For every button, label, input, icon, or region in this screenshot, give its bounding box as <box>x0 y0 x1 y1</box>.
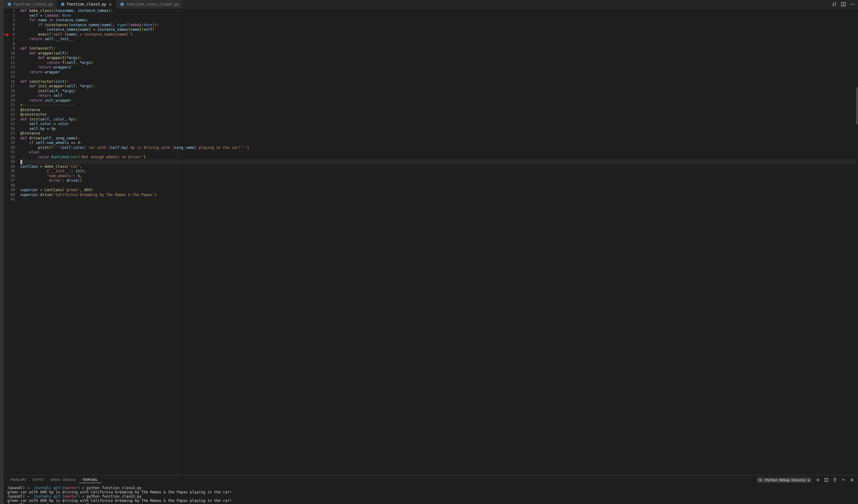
code-line[interactable]: self = lambda: None <box>20 13 856 18</box>
code-line[interactable]: return f(self, *args) <box>20 61 856 65</box>
terminal-content[interactable]: (quandl) → journals git:(master) ✗ pytho… <box>4 485 858 504</box>
line-number: 16 <box>4 79 15 84</box>
code-line[interactable]: return wrapper <box>20 70 856 75</box>
python-file-icon <box>61 2 65 6</box>
close-tab-icon[interactable]: × <box>108 2 112 6</box>
line-number-gutter: 1234567891011121314151617181920212223242… <box>4 9 20 475</box>
tab-function_class3-py[interactable]: function_class3.py× <box>57 0 116 9</box>
code-line[interactable]: ​ <box>20 42 856 47</box>
code-line[interactable]: #------------------------ <box>20 103 856 108</box>
panel-tab-bar: PROBLEMSOUTPUTDEBUG CONSOLETERMINAL 6: P… <box>4 475 858 485</box>
line-number: 36 <box>4 174 15 179</box>
line-number: 3 <box>4 18 15 23</box>
terminal-selector[interactable]: 6: Python Debug Console ⇅ <box>757 477 812 483</box>
code-line[interactable]: supercar = CarClass('green', 600) <box>20 188 856 193</box>
code-line[interactable]: instance_names[name] = instance_names[na… <box>20 27 856 32</box>
line-number: 12 <box>4 61 15 65</box>
line-number: 23 <box>4 112 15 117</box>
code-line[interactable]: 'drive': drive}) <box>20 178 856 183</box>
code-line[interactable]: raise RuntimeError('Not enough wheels to… <box>20 155 856 160</box>
code-line[interactable]: self.color = color <box>20 122 856 127</box>
panel-actions: 6: Python Debug Console ⇅ <box>757 477 854 483</box>
code-line[interactable]: CarClass = make_class('Car', <box>20 164 856 169</box>
tab-function_class_client-py[interactable]: function_class_client.py <box>116 0 183 9</box>
terminal-line: green car with 600 hp is driving with Ca… <box>7 499 854 503</box>
split-terminal-icon[interactable] <box>824 477 829 483</box>
tab-bar: function_class2.pyfunction_class3.py×fun… <box>4 0 858 9</box>
code-line[interactable]: 'num_wheels': 4, <box>20 174 856 179</box>
bottom-panel: PROBLEMSOUTPUTDEBUG CONSOLETERMINAL 6: P… <box>4 475 858 504</box>
line-number: 25 <box>4 122 15 127</box>
line-number: 8 <box>4 42 15 47</box>
editor-ruler <box>177 9 178 475</box>
code-line[interactable]: {'__init__': init, <box>20 169 856 174</box>
line-number: 31 <box>4 150 15 155</box>
line-number: 19 <box>4 94 15 98</box>
line-number: 7 <box>4 37 15 42</box>
code-content[interactable]: def make_class(classname, instance_names… <box>20 9 856 475</box>
terminal-line: green car with 600 hp is driving with Ca… <box>7 490 854 494</box>
line-number: 15 <box>4 75 15 79</box>
more-actions-icon[interactable] <box>850 2 855 7</box>
line-number: 27 <box>4 131 15 136</box>
line-number: 26 <box>4 127 15 131</box>
code-line[interactable]: print(f'''{self.color} car with {self.hp… <box>20 145 856 150</box>
code-line[interactable]: def constructor(init): <box>20 79 856 84</box>
code-line[interactable]: def make_class(classname, instance_names… <box>20 9 856 13</box>
new-terminal-icon[interactable] <box>815 477 820 483</box>
code-line[interactable]: return self <box>20 94 856 98</box>
code-line[interactable]: for name in instance_names: <box>20 18 856 23</box>
line-number: 39 <box>4 188 15 193</box>
line-number: 1 <box>4 9 15 13</box>
line-number: 28 <box>4 136 15 141</box>
code-line[interactable]: ​ <box>20 160 856 164</box>
code-line[interactable]: init(self, *args) <box>20 89 856 94</box>
python-file-icon <box>7 2 12 6</box>
code-line[interactable]: ​ <box>20 197 856 202</box>
panel-tab-problems[interactable]: PROBLEMS <box>7 477 29 483</box>
code-line[interactable]: def drive(self, song_name): <box>20 136 856 141</box>
panel-tab-debug-console[interactable]: DEBUG CONSOLE <box>47 477 79 483</box>
code-line[interactable]: if self.num_wheels == 4: <box>20 141 856 145</box>
line-number: 32 <box>4 155 15 160</box>
scrollbar[interactable] <box>856 9 858 475</box>
code-line[interactable]: def instance(f): <box>20 46 856 51</box>
code-line[interactable]: return wrapper2 <box>20 65 856 70</box>
tab-spacer <box>183 0 829 9</box>
panel-tab-terminal[interactable]: TERMINAL <box>79 477 101 483</box>
code-line[interactable]: supercar.drive('California Dreaming by T… <box>20 193 856 197</box>
code-line[interactable]: @instance <box>20 131 856 136</box>
line-number: 41 <box>4 197 15 202</box>
editor-area[interactable]: 1234567891011121314151617181920212223242… <box>4 9 858 475</box>
line-number: 5 <box>4 27 15 32</box>
code-line[interactable]: if isinstance(instance_names[name], type… <box>20 23 856 28</box>
code-line[interactable]: self.hp = hp <box>20 127 856 131</box>
panel-tab-output[interactable]: OUTPUT <box>29 477 47 483</box>
close-panel-icon[interactable] <box>849 477 854 483</box>
line-number: 10 <box>4 51 15 56</box>
code-line[interactable]: return init_wrapper <box>20 98 856 103</box>
code-line[interactable]: ​ <box>20 75 856 79</box>
line-number: 4 <box>4 23 15 28</box>
code-line[interactable]: else: <box>20 150 856 155</box>
code-line[interactable]: def wrapper(self): <box>20 51 856 56</box>
code-line[interactable]: exec(f'self.{name} = instance_names[name… <box>20 32 856 37</box>
code-line[interactable]: ​ <box>20 183 856 188</box>
line-number: 40 <box>4 193 15 197</box>
terminal-line: (quandl) → journals git:(master) ✗ pytho… <box>7 494 854 499</box>
code-line[interactable]: @instance <box>20 108 856 113</box>
scrollbar-thumb[interactable] <box>856 88 858 124</box>
split-editor-icon[interactable] <box>841 2 846 7</box>
code-line[interactable]: def init_wrapper(self, *args): <box>20 84 856 89</box>
code-line[interactable]: def wrapper2(*args): <box>20 56 856 61</box>
tab-label: function_class_client.py <box>126 2 179 6</box>
line-number: 37 <box>4 178 15 183</box>
tab-function_class2-py[interactable]: function_class2.py <box>4 0 57 9</box>
kill-terminal-icon[interactable] <box>832 477 837 483</box>
compare-changes-icon[interactable] <box>832 2 837 7</box>
terminal-line: (quandl) → journals git:(master) ✗ <box>7 503 854 504</box>
code-line[interactable]: return self.__init__ <box>20 37 856 42</box>
code-line[interactable]: @constructor <box>20 112 856 117</box>
code-line[interactable]: def init(self, color, hp): <box>20 117 856 122</box>
maximize-panel-icon[interactable] <box>841 477 846 483</box>
